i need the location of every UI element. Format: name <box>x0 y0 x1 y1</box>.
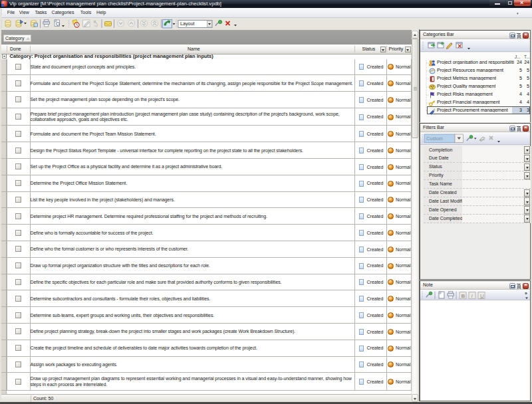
svg-text:»: » <box>525 291 527 296</box>
svg-text:U: U <box>480 292 484 298</box>
svg-text:Layout: Layout <box>180 21 195 27</box>
svg-text:B: B <box>462 292 466 298</box>
svg-text:Custom: Custom <box>426 136 443 142</box>
